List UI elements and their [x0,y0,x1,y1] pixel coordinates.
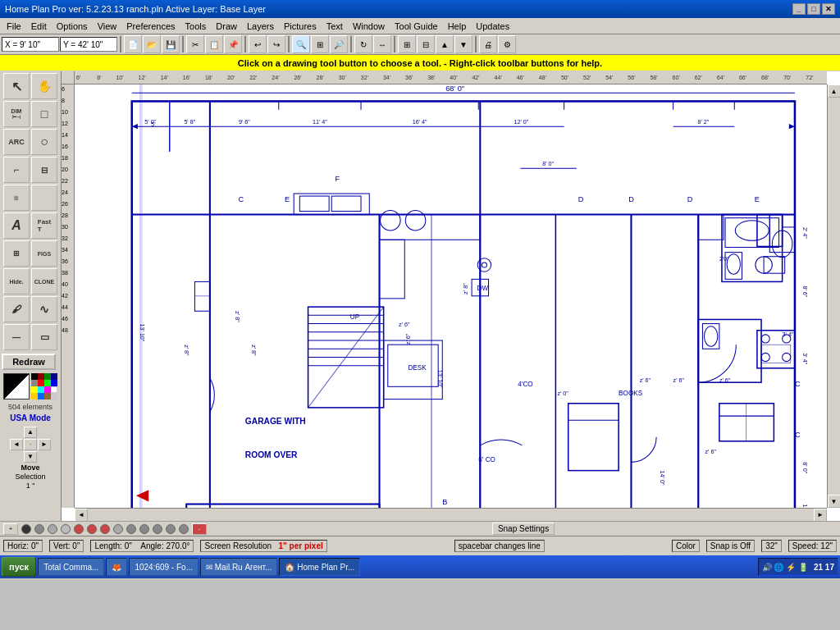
pan-button[interactable]: ✋ [31,73,57,99]
menu-tools[interactable]: Tools [180,20,212,33]
menu-options[interactable]: Options [52,20,93,33]
ungroup-button[interactable]: ⊟ [417,35,435,53]
snap-circle-red[interactable] [74,524,84,534]
canvas-area[interactable]: 68' 0" 5' 0" 5' 8" 9' 6" 11' 4" [75,84,827,521]
snap-circle-10[interactable] [179,524,189,534]
flip-button[interactable]: ↔ [373,35,391,53]
start-button[interactable]: пуск [2,557,36,577]
copy-button[interactable]: 📋 [205,35,223,53]
menu-window[interactable]: Window [348,20,390,33]
taskbar-item-totalcomma[interactable]: Total Comma... [38,558,104,576]
save-button[interactable]: 💾 [162,35,180,53]
move-right-button[interactable]: ► [38,439,51,450]
paint-button[interactable]: 🖌 [3,296,30,322]
menu-edit[interactable]: Edit [26,20,52,33]
svg-text:z' 8": z' 8" [234,311,240,322]
menu-draw[interactable]: Draw [211,20,242,33]
curve-button[interactable]: ∿ [31,296,57,322]
clone-button[interactable]: CLONE [31,268,57,294]
move-left-button[interactable]: ◄ [10,439,23,450]
arc-button[interactable]: ARC [3,129,30,155]
stair-button[interactable]: ≡ [3,185,30,211]
hline-button[interactable]: — [3,324,30,350]
cut-button[interactable]: ✂ [186,35,204,53]
figs-row: ⊞ FIGS [3,240,57,267]
svg-text:DESK: DESK [408,364,427,372]
maximize-button[interactable]: □ [807,3,820,15]
move-center-button[interactable]: · [24,439,37,450]
move-down-button[interactable]: ▼ [24,451,37,463]
snap-circle-2[interactable] [34,524,44,534]
snap-btn-minus[interactable]: - [192,523,207,535]
back-button[interactable]: ▼ [454,35,472,53]
properties-button[interactable]: ⚙ [498,35,516,53]
taskbar-item-mail[interactable]: ✉ Mail.Ru Агент... [200,558,277,576]
drawing-area[interactable]: 6' 8' 10' 12' 14' 16' 18' 20' 22' 24' 26… [62,71,840,521]
redraw-button[interactable]: Redraw [2,354,56,370]
circle-button[interactable]: ○ [31,129,57,155]
menu-updates[interactable]: Updates [471,20,514,33]
scroll-down-button[interactable]: ▼ [828,495,841,508]
open-button[interactable]: 📂 [143,35,161,53]
close-button[interactable]: ✕ [822,3,835,15]
snap-circle-red3[interactable] [100,524,110,534]
snap-circle-filled[interactable] [21,524,31,534]
snap-circle-4[interactable] [61,524,71,534]
scroll-right-button[interactable]: ► [814,509,827,522]
snap-circle-red2[interactable] [87,524,97,534]
figs-button[interactable]: FIGS [31,240,57,267]
zoom-in-button[interactable]: 🔍 [292,35,310,53]
snap-circle-8[interactable] [153,524,162,534]
scroll-up-button[interactable]: ▲ [828,84,841,98]
color-palette[interactable] [31,373,57,399]
snap-circle-5[interactable] [113,524,123,534]
taskbar-item-1024[interactable]: 1024:609 - Fo... [129,558,199,576]
menu-file[interactable]: File [2,20,26,33]
text-button[interactable]: A [3,212,30,239]
menu-view[interactable]: View [93,20,122,33]
rectangle-button[interactable]: □ [31,101,57,127]
zoom-all-button[interactable]: ⊞ [311,35,329,53]
vertical-scrollbar[interactable]: ▲ ▼ [827,84,840,508]
color-swatch[interactable] [3,373,30,399]
element-count: 504 elements [8,403,52,413]
minimize-button[interactable]: _ [792,3,806,15]
menu-layers[interactable]: Layers [242,20,279,33]
window-button[interactable]: ⊟ [31,157,57,183]
rotate-button[interactable]: ↻ [354,35,372,53]
menu-pictures[interactable]: Pictures [279,20,322,33]
snap-settings-button[interactable]: Snap Settings [492,523,555,535]
horizontal-scrollbar[interactable]: ◄ ► [75,508,827,521]
ruler-left: 6 8 10 12 14 16 18 20 22 24 26 28 30 32 … [62,84,75,508]
group-button[interactable]: ⊞ [398,35,416,53]
snap-circle-9[interactable] [166,524,176,534]
menu-preferences[interactable]: Preferences [121,20,180,33]
fixtures-button[interactable]: ⊞ [3,240,30,267]
hide-button[interactable]: Hide. [3,268,30,294]
redo-button[interactable]: ↪ [267,35,285,53]
snap-circle-7[interactable] [139,524,149,534]
undo-button[interactable]: ↩ [249,35,267,53]
move-up-button[interactable]: ▲ [24,427,37,438]
fast-text-button[interactable]: FastT [31,212,57,239]
vert-status: Vert: 0" [49,540,84,552]
color-button[interactable]: Color [672,540,700,552]
menu-toolguide[interactable]: Tool Guide [390,20,443,33]
dim-button[interactable]: DIM ⊢⊣ [3,101,30,127]
paste-button[interactable]: 📌 [224,35,242,53]
snap-circle-6[interactable] [126,524,136,534]
zoom-out-button[interactable]: 🔎 [330,35,348,53]
taskbar-item-firefox[interactable]: 🦊 [106,558,127,576]
select-arrow-button[interactable]: ↖ [3,73,30,99]
menu-help[interactable]: Help [443,20,472,33]
front-button[interactable]: ▲ [436,35,454,53]
snap-btn-1[interactable]: + [3,523,18,535]
new-button[interactable]: 📄 [124,35,142,53]
rect3-button[interactable]: ▭ [31,324,57,350]
snap-circle-3[interactable] [48,524,57,534]
scroll-left-button[interactable]: ◄ [75,509,88,522]
door-button[interactable]: ⌐ [3,157,30,183]
taskbar-item-homeplan[interactable]: 🏠 Home Plan Pr... [279,558,360,576]
menu-text[interactable]: Text [322,20,348,33]
print-button[interactable]: 🖨 [479,35,497,53]
